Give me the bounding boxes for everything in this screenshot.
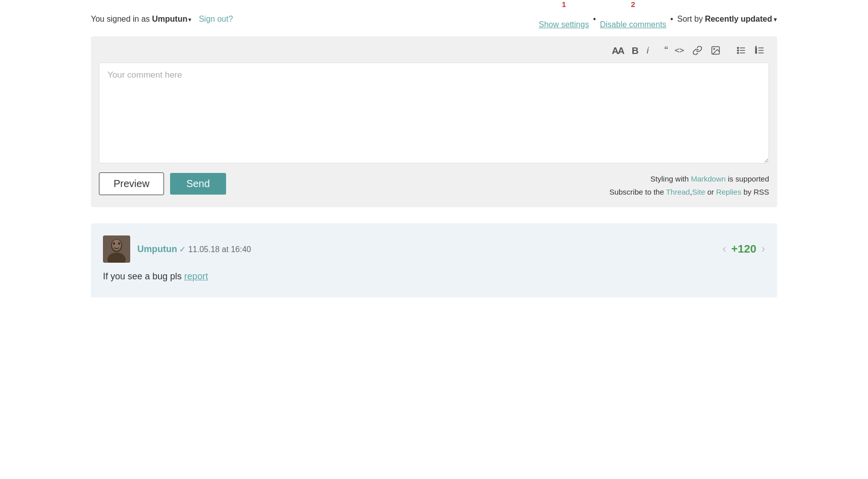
font-size-button[interactable]: AA (609, 44, 626, 57)
avatar (103, 235, 130, 263)
table-row: Umputun ✓ 11.05.18 at 16:40 ‹ +120 › If … (91, 223, 777, 297)
italic-button[interactable]: i (644, 44, 651, 56)
comment-header: Umputun ✓ 11.05.18 at 16:40 ‹ +120 › (103, 235, 765, 263)
sort-prefix: Sort by (677, 15, 703, 24)
info-line-2: Subscribe to the Thread,Site or Replies … (609, 186, 769, 199)
ordered-list-button[interactable]: 1 2 3 (752, 44, 767, 57)
top-bar-right: 1 Show settings • 2 Disable comments • S… (539, 9, 777, 29)
comment-textarea[interactable] (99, 63, 769, 163)
comment-time: 11.05.18 at 16:40 (188, 245, 251, 254)
markdown-link[interactable]: Markdown (691, 174, 726, 183)
toolbar-separator (656, 46, 657, 55)
disable-comments-link[interactable]: Disable comments (600, 20, 667, 29)
separator-2: • (670, 15, 673, 24)
svg-point-1 (714, 48, 715, 50)
comment-form: AA B i “ <> (91, 36, 777, 207)
show-settings-number: 1 (562, 0, 566, 9)
disable-comments-number: 2 (631, 0, 635, 9)
send-button[interactable]: Send (170, 173, 226, 195)
comment-body-text: If you see a bug pls (103, 271, 184, 281)
bold-button[interactable]: B (629, 44, 641, 57)
show-settings-numbered: 1 Show settings (539, 9, 589, 29)
editor-toolbar: AA B i “ <> (99, 43, 769, 57)
image-icon (711, 45, 721, 55)
comment-body: If you see a bug pls report (103, 270, 765, 283)
quote-button[interactable]: “ (662, 43, 669, 57)
comment-vote: ‹ +120 › (723, 243, 765, 256)
comment-body-link[interactable]: report (184, 271, 208, 281)
link-button[interactable] (690, 44, 705, 57)
thread-rss-link[interactable]: Thread (666, 188, 690, 196)
comments-list: Umputun ✓ 11.05.18 at 16:40 ‹ +120 › If … (91, 223, 777, 297)
svg-point-7 (737, 52, 739, 54)
site-rss-link[interactable]: Site (692, 188, 705, 196)
info-line-1: Styling with Markdown is supported (609, 172, 769, 186)
image-button[interactable] (708, 44, 723, 57)
user-info: You signed in as Umputun▾ Sign out? (91, 15, 233, 24)
form-info: Styling with Markdown is supported Subsc… (609, 172, 769, 198)
disable-comments-numbered: 2 Disable comments (600, 9, 667, 29)
svg-point-18 (113, 243, 115, 245)
avatar-image (103, 235, 130, 263)
code-button[interactable]: <> (672, 45, 687, 56)
sign-out-link[interactable]: Sign out? (199, 15, 233, 23)
show-settings-link[interactable]: Show settings (539, 20, 589, 29)
comment-username: Umputun (137, 244, 177, 254)
toolbar-separator-2 (728, 46, 729, 55)
form-actions: Preview Send (99, 172, 226, 195)
comment-author-info: Umputun ✓ 11.05.18 at 16:40 (137, 244, 251, 255)
form-bottom: Preview Send Styling with Markdown is su… (99, 172, 769, 198)
user-dropdown-arrow[interactable]: ▾ (188, 16, 191, 23)
signed-in-prefix: You signed in as (91, 15, 152, 23)
svg-text:3: 3 (755, 51, 757, 54)
vote-up-arrow[interactable]: › (762, 243, 765, 256)
comment-header-left: Umputun ✓ 11.05.18 at 16:40 (103, 235, 251, 263)
sort-arrow[interactable]: ▾ (774, 16, 777, 23)
preview-button[interactable]: Preview (99, 172, 164, 195)
svg-point-5 (737, 47, 739, 49)
vote-count: +120 (731, 243, 756, 256)
unordered-list-icon (736, 45, 746, 55)
svg-point-19 (118, 243, 120, 245)
svg-point-6 (737, 50, 739, 51)
ordered-list-icon: 1 2 3 (754, 45, 765, 55)
sort-value: Recently updated (705, 15, 772, 24)
verified-icon: ✓ (179, 245, 186, 254)
username: Umputun (152, 15, 187, 23)
separator-1: • (593, 15, 596, 24)
replies-rss-link[interactable]: Replies (716, 188, 741, 196)
unordered-list-button[interactable] (734, 44, 749, 57)
link-icon (692, 45, 702, 55)
top-bar: You signed in as Umputun▾ Sign out? 1 Sh… (91, 0, 777, 36)
vote-down-arrow[interactable]: ‹ (723, 243, 726, 256)
